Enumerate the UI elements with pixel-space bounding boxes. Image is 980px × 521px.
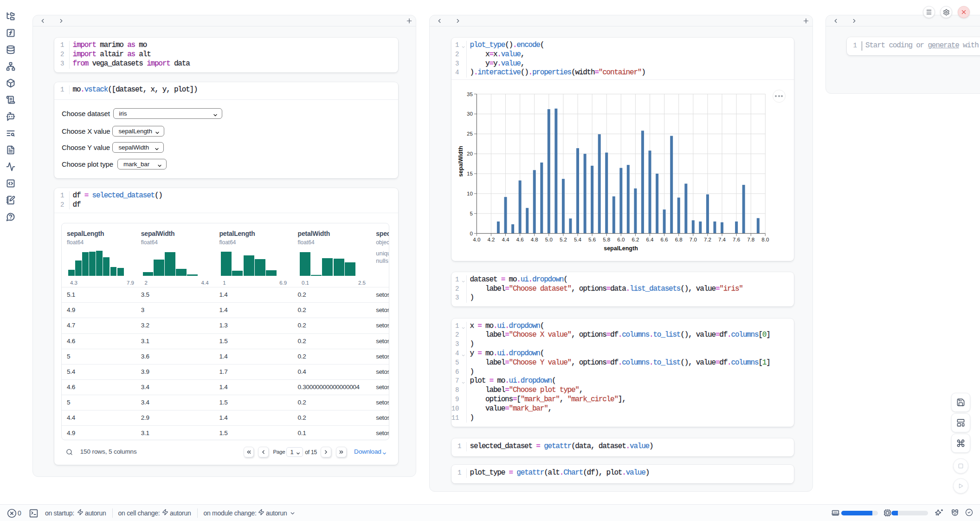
svg-text:6.8: 6.8	[675, 237, 682, 243]
svg-text:5: 5	[470, 211, 472, 216]
svg-text:5.0: 5.0	[545, 237, 552, 243]
svg-text:5.4: 5.4	[574, 237, 582, 243]
svg-text:4.2: 4.2	[487, 237, 495, 243]
svg-text:sepalLength: sepalLength	[604, 245, 638, 252]
svg-text:4.4: 4.4	[502, 237, 509, 243]
svg-text:6.6: 6.6	[660, 237, 668, 243]
svg-text:7.0: 7.0	[689, 237, 696, 243]
svg-text:4.0: 4.0	[473, 237, 480, 243]
svg-text:35: 35	[467, 91, 473, 97]
svg-text:7.8: 7.8	[747, 237, 754, 243]
svg-text:sepalWidth: sepalWidth	[458, 146, 464, 177]
svg-text:5.2: 5.2	[559, 237, 567, 243]
svg-text:20: 20	[467, 151, 473, 157]
svg-text:8.0: 8.0	[761, 237, 769, 243]
svg-text:4.6: 4.6	[516, 237, 523, 243]
svg-text:25: 25	[467, 131, 473, 137]
svg-text:5.6: 5.6	[588, 237, 596, 243]
svg-text:5.8: 5.8	[603, 237, 610, 243]
svg-text:15: 15	[467, 171, 473, 176]
svg-text:7.6: 7.6	[733, 237, 740, 243]
svg-text:6.0: 6.0	[617, 237, 625, 243]
svg-text:6.4: 6.4	[646, 237, 654, 243]
svg-text:6.2: 6.2	[632, 237, 639, 243]
svg-text:0: 0	[470, 231, 472, 236]
svg-text:4.8: 4.8	[530, 237, 538, 243]
svg-text:7.2: 7.2	[703, 237, 711, 243]
svg-text:30: 30	[467, 111, 473, 117]
svg-text:7.4: 7.4	[718, 237, 726, 243]
svg-text:10: 10	[467, 191, 473, 196]
